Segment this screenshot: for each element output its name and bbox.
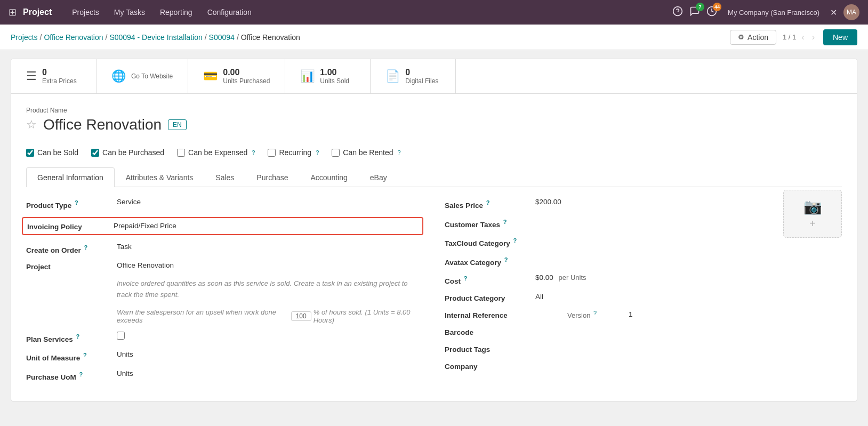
breadcrumb-current: Office Renovation	[241, 33, 300, 42]
tab-ebay[interactable]: eBay	[359, 167, 398, 187]
product-type-value[interactable]: Service	[117, 198, 423, 206]
cost-row: Cost ? $0.00 per Units	[445, 274, 842, 285]
top-navigation: ⊞ Project Projects My Tasks Reporting Co…	[0, 0, 868, 25]
extra-prices-icon: ☰	[26, 69, 37, 83]
close-icon[interactable]: ✕	[830, 7, 837, 18]
sales-price-help-icon: ?	[486, 199, 490, 206]
tab-accounting[interactable]: Accounting	[300, 167, 359, 187]
digital-files-number: 0	[405, 68, 438, 77]
product-type-help-icon: ?	[75, 199, 78, 206]
stat-digital-files[interactable]: 📄 0 Digital Files	[371, 59, 456, 93]
warn-percent-badge[interactable]: 100	[291, 311, 311, 321]
nav-reporting[interactable]: Reporting	[155, 6, 198, 19]
nav-projects[interactable]: Projects	[67, 6, 105, 19]
tab-bar: General Information Attributes & Variant…	[26, 167, 842, 187]
product-form: Product Name ☆ Office Renovation EN Can …	[11, 94, 857, 401]
stat-extra-prices[interactable]: ☰ 0 Extra Prices	[11, 59, 97, 93]
purchase-uom-value[interactable]: Units	[117, 369, 423, 377]
rented-help-icon: ?	[397, 149, 400, 156]
chat-icon[interactable]: 7	[689, 6, 700, 19]
invoicing-policy-value[interactable]: Prepaid/Fixed Price	[114, 222, 418, 230]
customer-taxes-help-icon: ?	[503, 219, 507, 225]
version-value[interactable]: 1	[629, 310, 633, 318]
customer-taxes-row: Customer Taxes ?	[445, 217, 842, 229]
product-card: ☰ 0 Extra Prices 🌐 Go To Website 💳 0.00 …	[11, 59, 857, 401]
tab-general-information[interactable]: General Information	[26, 167, 115, 187]
warn-unit-text: % of hours sold. (1 Units = 8.00 Hours)	[314, 308, 423, 324]
product-category-value[interactable]: All	[535, 293, 842, 301]
can-be-rented-checkbox[interactable]: Can be Rented?	[332, 148, 400, 157]
form-right-column: Sales Price ? $200.00 Customer Taxes ? T…	[445, 198, 842, 388]
favorite-button[interactable]: ☆	[26, 118, 37, 132]
stat-go-to-website[interactable]: 🌐 Go To Website	[97, 59, 188, 93]
breadcrumb-projects[interactable]: Projects	[11, 33, 38, 42]
tab-sales[interactable]: Sales	[204, 167, 245, 187]
description-text: Invoice ordered quantities as soon as th…	[117, 278, 423, 301]
tab-purchase[interactable]: Purchase	[245, 167, 299, 187]
product-title-row: ☆ Office Renovation EN	[26, 116, 187, 133]
can-be-sold-checkbox[interactable]: Can be Sold	[26, 148, 78, 157]
action-button[interactable]: ⚙ Action	[730, 30, 776, 45]
uom-help-icon: ?	[83, 352, 87, 358]
breadcrumb-office-renovation[interactable]: Office Renovation	[44, 33, 103, 42]
unit-of-measure-value[interactable]: Units	[117, 350, 423, 358]
stats-bar: ☰ 0 Extra Prices 🌐 Go To Website 💳 0.00 …	[11, 59, 857, 94]
activity-badge: 44	[713, 3, 721, 11]
create-on-order-row: Create on Order ? Task	[26, 243, 423, 254]
units-sold-number: 1.00	[320, 68, 349, 77]
cost-per-unit: per Units	[559, 274, 586, 282]
nav-my-tasks[interactable]: My Tasks	[109, 6, 150, 19]
product-title: Office Renovation	[43, 116, 162, 133]
taxcloud-category-row: TaxCloud Category ?	[445, 236, 842, 247]
company-name: My Company (San Francisco)	[728, 9, 819, 17]
user-avatar[interactable]: MA	[843, 4, 859, 20]
version-help-icon: ?	[593, 310, 597, 316]
website-icon: 🌐	[111, 69, 126, 83]
avatax-category-row: Avatax Category ?	[445, 255, 842, 267]
nav-configuration[interactable]: Configuration	[202, 6, 257, 19]
units-purchased-number: 0.00	[223, 68, 270, 77]
taxcloud-help-icon: ?	[513, 237, 517, 244]
expensed-help-icon: ?	[252, 149, 255, 156]
product-form-wrapper: Product Name ☆ Office Renovation EN Can …	[11, 94, 857, 401]
product-name-label: Product Name	[26, 107, 842, 114]
digital-files-icon: 📄	[385, 69, 400, 83]
breadcrumb: Projects / Office Renovation / S00094 - …	[11, 33, 300, 42]
version-label: Version ?	[567, 310, 597, 319]
product-type-row: Product Type ? Service	[26, 198, 423, 210]
plan-services-checkbox[interactable]	[117, 332, 125, 340]
nav-icons: 7 44 My Company (San Francisco) ✕ MA	[672, 4, 859, 20]
internal-reference-row: Internal Reference Version ? 1	[445, 310, 842, 319]
cost-help-icon: ?	[464, 275, 468, 282]
warn-row: Warn the salesperson for an upsell when …	[26, 308, 423, 324]
cost-value[interactable]: $0.00	[535, 274, 553, 282]
stat-units-sold[interactable]: 📊 1.00 Units Sold	[285, 59, 371, 93]
breadcrumb-bar: Projects / Office Renovation / S00094 - …	[0, 25, 868, 50]
tab-attributes-variants[interactable]: Attributes & Variants	[115, 167, 205, 187]
breadcrumb-s00094[interactable]: S00094	[209, 33, 235, 42]
prev-page-button[interactable]: ‹	[799, 31, 806, 43]
description-row: Invoice ordered quantities as soon as th…	[26, 278, 423, 301]
can-be-purchased-checkbox[interactable]: Can be Purchased	[91, 148, 164, 157]
product-image-placeholder[interactable]: 📷 +	[783, 190, 842, 238]
next-page-button[interactable]: ›	[810, 31, 817, 43]
project-value[interactable]: Office Renovation	[117, 261, 423, 269]
can-be-expensed-checkbox[interactable]: Can be Expensed?	[177, 148, 255, 157]
recurring-checkbox[interactable]: Recurring?	[268, 148, 319, 157]
project-row: Project Office Renovation	[26, 261, 423, 271]
plan-services-row: Plan Services ?	[26, 332, 423, 343]
go-to-website-label: Go To Website	[131, 73, 173, 80]
units-sold-icon: 📊	[300, 69, 315, 83]
create-on-order-value[interactable]: Task	[117, 243, 423, 251]
breadcrumb-actions: ⚙ Action 1 / 1 ‹ › New	[730, 29, 857, 45]
stat-units-purchased[interactable]: 💳 0.00 Units Purchased	[188, 59, 285, 93]
support-icon[interactable]	[672, 6, 683, 19]
activity-icon[interactable]: 44	[706, 6, 717, 19]
product-tags-row: Product Tags	[445, 344, 842, 353]
breadcrumb-device-installation[interactable]: S00094 - Device Installation	[109, 33, 202, 42]
language-badge[interactable]: EN	[168, 119, 187, 130]
new-button[interactable]: New	[823, 29, 857, 45]
unit-of-measure-row: Unit of Measure ? Units	[26, 350, 423, 362]
app-grid-icon[interactable]: ⊞	[9, 6, 17, 18]
extra-prices-label: Extra Prices	[42, 77, 77, 85]
